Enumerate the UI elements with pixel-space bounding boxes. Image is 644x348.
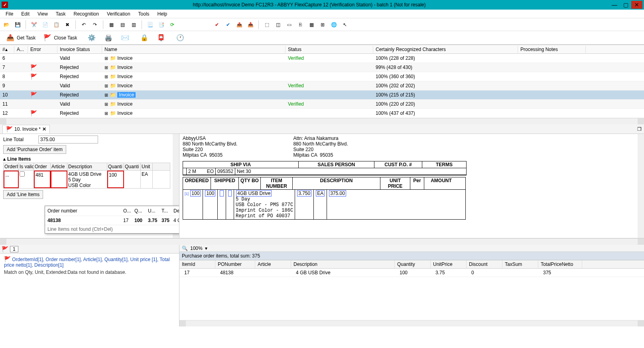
li-col[interactable]: Quanti <box>107 163 124 170</box>
col-processing-notes[interactable]: Processing Notes <box>518 46 586 53</box>
grid-row[interactable]: 8🚩Rejected⊞📁 Invoice100% (360 of 360) <box>0 72 644 81</box>
line-total-input[interactable] <box>38 136 98 144</box>
open-icon[interactable]: 📂 <box>2 20 11 29</box>
line-article-cell[interactable] <box>51 171 67 188</box>
popup-col[interactable]: Order number <box>47 207 122 214</box>
li-col[interactable]: OrderIt <box>4 163 19 170</box>
po-col[interactable]: Article <box>255 260 291 268</box>
error-links[interactable]: OrderItemId[1], Order number[1], Article… <box>4 257 170 268</box>
col-name[interactable]: Name <box>102 46 286 53</box>
line-qty2-cell[interactable] <box>124 171 141 188</box>
docs-icon[interactable]: 📑 <box>156 20 166 29</box>
line-desc-cell[interactable]: 4GB USB Drive 5 Day USB Color <box>67 171 107 188</box>
li-col[interactable]: Unit <box>141 163 153 170</box>
gear-icon[interactable]: ⚙️ <box>85 32 99 43</box>
po-col[interactable]: Discount <box>467 260 502 268</box>
menu-verification[interactable]: Verification <box>103 10 134 18</box>
line-isvalid-cell[interactable] <box>19 171 34 188</box>
check-red-icon[interactable]: ✔ <box>212 20 222 29</box>
grid-row[interactable]: 7🚩Rejected⊞📁 Invoice99% (428 of 430) <box>0 63 644 72</box>
col-status[interactable]: Status <box>286 46 373 53</box>
undo-icon[interactable]: ↶ <box>79 20 89 29</box>
po-col[interactable]: ItemId <box>179 260 215 268</box>
redo-icon[interactable]: ↷ <box>90 20 100 29</box>
popup-col[interactable]: Q... <box>134 207 147 214</box>
add-line-items-button[interactable]: Add 'Line Items <box>3 190 43 199</box>
refresh-icon[interactable]: ⟳ <box>167 20 177 29</box>
po-col[interactable]: TaxSum <box>502 260 538 268</box>
table-icon[interactable]: ▦ <box>307 20 316 29</box>
po-col[interactable]: TotalPriceNetto <box>538 260 582 268</box>
menu-tools[interactable]: Tools <box>134 10 154 18</box>
col-invoice-status[interactable]: Invoice Status <box>57 46 102 53</box>
col-number[interactable]: #▴ <box>0 46 14 53</box>
lock-icon[interactable]: 🔒 <box>137 32 152 43</box>
doc-scrollbar[interactable] <box>638 134 644 238</box>
line-items-header[interactable]: ▴Line Items <box>3 156 170 162</box>
close-task-button[interactable]: 🚩Close Task <box>40 32 79 43</box>
maximize-button[interactable]: ▢ <box>620 1 631 9</box>
menu-view[interactable]: View <box>33 10 52 18</box>
restore-icon[interactable]: ❐ <box>637 126 642 132</box>
grid-row[interactable]: 9Valid⊞📁 InvoiceVerified100% (202 of 202… <box>0 81 644 90</box>
web-icon[interactable]: 🌐 <box>329 20 339 29</box>
grid-row[interactable]: 11Valid⊞📁 InvoiceVerified100% (220 of 22… <box>0 100 644 109</box>
document-tab[interactable]: 🚩 10. Invoice * ✕ <box>2 125 50 134</box>
pointer-icon[interactable]: ↖ <box>340 20 350 29</box>
layout3-icon[interactable]: ▥ <box>129 20 138 29</box>
layout1-icon[interactable]: ▦ <box>106 20 116 29</box>
popup-col[interactable]: T... <box>161 207 173 214</box>
po-col[interactable]: Quantity <box>395 260 431 268</box>
copy-region-icon[interactable]: ⎘ <box>295 20 305 29</box>
cut-icon[interactable]: ✂️ <box>29 20 39 29</box>
col-a[interactable]: A... <box>14 46 28 53</box>
grid-row[interactable]: 6Valid⊞📁 InvoiceVerified100% (228 of 228… <box>0 54 644 63</box>
popup-row[interactable]: 48138 17 100 3.75 375 4 GB USB Drive <box>45 216 179 225</box>
isvalid-checkbox[interactable] <box>20 171 25 177</box>
line-unit-cell[interactable]: EA <box>141 171 153 188</box>
po-col[interactable]: Description <box>291 260 395 268</box>
po-row[interactable]: 17481384 GB USB Drive1003.750375 <box>179 269 644 277</box>
grid-scrollbar[interactable] <box>0 118 644 124</box>
grid-row[interactable]: 10🚩Rejected⊞📁 Invoice100% (215 of 215) <box>0 90 644 100</box>
grid-row[interactable]: 12🚩Rejected⊞📁 Invoice100% (437 of 437) <box>0 109 644 118</box>
copy-icon[interactable]: 📄 <box>40 20 50 29</box>
li-col[interactable]: Quanti <box>124 163 141 170</box>
po-col[interactable]: PONumber <box>215 260 255 268</box>
doc-icon[interactable]: 📃 <box>145 20 155 29</box>
delete-icon[interactable]: ✖ <box>63 20 72 29</box>
li-col[interactable]: Description <box>67 163 107 170</box>
paste-icon[interactable]: 📋 <box>51 20 61 29</box>
li-col[interactable]: Order <box>34 163 51 170</box>
zoom-dropdown-icon[interactable]: ▾ <box>205 246 207 251</box>
menu-task[interactable]: Task <box>52 10 70 18</box>
document-pane[interactable]: AbbyyUSA 880 North McCarthy Blvd. Suite … <box>179 134 644 238</box>
add-po-button[interactable]: Add 'Purchase Order' item <box>3 145 66 154</box>
zoom-value[interactable]: 100% <box>190 246 203 251</box>
crop2-icon[interactable]: ◫ <box>273 20 283 29</box>
region-icon[interactable]: ▭ <box>284 20 294 29</box>
send-icon[interactable]: 📮 <box>154 32 168 43</box>
error-tab[interactable]: 1 <box>10 246 18 252</box>
po-col[interactable]: UnitPrice <box>431 260 467 268</box>
menu-edit[interactable]: Edit <box>17 10 33 18</box>
menu-file[interactable]: File <box>2 10 17 18</box>
line-qty-cell[interactable]: 100 <box>107 171 124 188</box>
line-orderitem-cell[interactable]: ... <box>4 171 19 188</box>
clock-icon[interactable]: 🕐 <box>173 32 187 43</box>
import-icon[interactable]: 📥 <box>246 20 255 29</box>
li-col[interactable]: Article <box>51 163 67 170</box>
menu-help[interactable]: Help <box>154 10 171 18</box>
popup-col[interactable]: U... <box>147 207 161 214</box>
menu-recognition[interactable]: Recognition <box>70 10 103 18</box>
crop1-icon[interactable]: ⬚ <box>262 20 272 29</box>
tab-close-icon[interactable]: ✕ <box>42 126 46 132</box>
close-window-button[interactable]: ✕ <box>631 1 642 9</box>
save-icon[interactable]: 💾 <box>13 20 22 29</box>
get-task-button[interactable]: 📥Get Task <box>3 32 38 43</box>
po-scrollbar[interactable] <box>179 320 644 326</box>
mail-icon[interactable]: ✉️ <box>118 32 132 43</box>
popup-col[interactable]: O... <box>122 207 134 214</box>
grid-icon[interactable]: ⊞ <box>318 20 327 29</box>
zoom-icon[interactable]: 🔍 <box>182 246 188 251</box>
